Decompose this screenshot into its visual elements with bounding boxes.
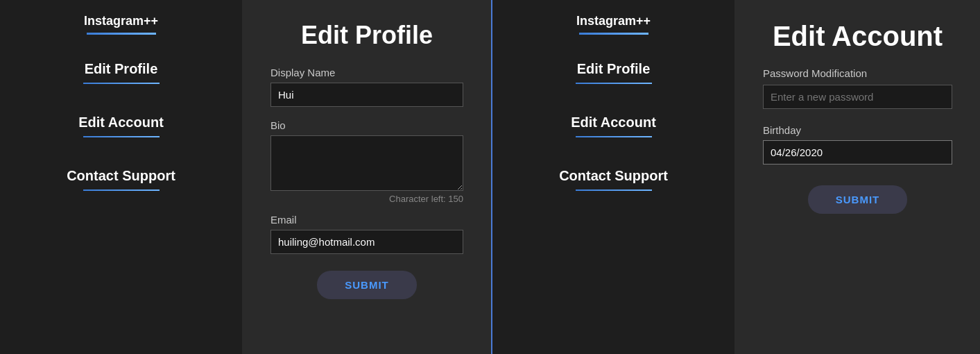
right-nav-item-contact-support[interactable]: Contact Support [492,162,734,210]
bio-textarea[interactable] [270,135,463,191]
edit-profile-title: Edit Profile [270,21,463,50]
left-nav-underline-contact-support [83,189,160,191]
left-nav-label-edit-profile: Edit Profile [85,61,158,77]
left-nav-panel: Instagram++ Edit Profile Edit Account Co… [0,0,243,354]
left-nav-label-edit-account: Edit Account [78,115,164,130]
right-nav-item-edit-account[interactable]: Edit Account [492,109,734,157]
right-nav-label-edit-account: Edit Account [571,115,656,130]
display-name-group: Display Name [270,67,463,117]
left-nav-underline-edit-account [83,136,160,137]
right-nav-item-edit-profile[interactable]: Edit Profile [492,56,734,103]
left-nav-label-contact-support: Contact Support [67,168,175,184]
right-nav-panel: Instagram++ Edit Profile Edit Account Co… [492,0,735,354]
left-nav-item-edit-profile[interactable]: Edit Profile [0,56,242,103]
edit-profile-panel: Edit Profile Display Name Bio Character … [243,0,492,354]
birthday-group: Birthday [763,124,952,178]
edit-account-panel: Edit Account Password Modification Birth… [735,0,980,354]
left-brand-underline [87,33,156,35]
password-group: Password Modification [763,66,952,121]
right-brand-title: Instagram++ [576,14,651,28]
right-nav-underline-edit-account [576,136,652,137]
left-brand-title: Instagram++ [84,14,158,28]
email-group: Email [270,214,463,264]
email-input[interactable] [270,230,463,254]
password-label: Password Modification [763,66,952,81]
edit-account-submit-button[interactable]: SUBMIT [808,185,908,214]
right-nav-underline-edit-profile [576,83,652,84]
char-count: Character left: 150 [270,194,463,204]
birthday-label: Birthday [763,124,952,136]
left-nav-item-edit-account[interactable]: Edit Account [0,109,242,157]
bio-label: Bio [270,119,463,131]
birthday-input[interactable] [763,140,952,165]
left-nav-underline-edit-profile [83,83,160,84]
right-brand-underline [579,33,648,35]
email-label: Email [270,214,463,226]
edit-profile-submit-button[interactable]: SUBMIT [317,271,417,299]
right-nav-label-contact-support: Contact Support [559,168,668,184]
right-nav-underline-contact-support [576,189,652,191]
password-input[interactable] [763,85,952,109]
display-name-input[interactable] [270,83,463,107]
right-nav-label-edit-profile: Edit Profile [577,61,651,77]
display-name-label: Display Name [270,67,463,78]
edit-account-title: Edit Account [763,21,952,52]
bio-group: Bio Character left: 150 [270,119,463,204]
left-nav-item-contact-support[interactable]: Contact Support [0,162,242,210]
